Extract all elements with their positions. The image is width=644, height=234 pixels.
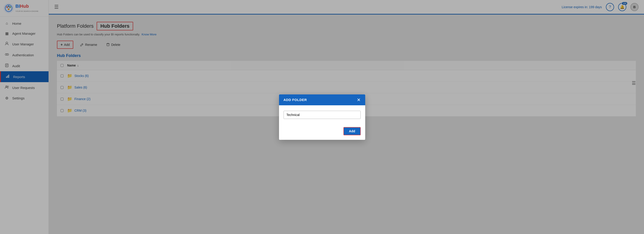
modal-add-button[interactable]: Add (344, 127, 360, 135)
modal-header: ADD FOLDER ✕ (279, 94, 365, 105)
modal-overlay: ADD FOLDER ✕ Add (49, 15, 644, 234)
main-area: ☰ License expires in: 199 days ? 🔔 100 B… (49, 0, 644, 234)
add-folder-modal: ADD FOLDER ✕ Add (279, 94, 365, 140)
content-area: Platform Folders Hub Folders Hub Folders… (49, 15, 644, 234)
modal-body (279, 105, 365, 127)
modal-close-button[interactable]: ✕ (357, 98, 361, 102)
modal-footer: Add (279, 127, 365, 140)
modal-title: ADD FOLDER (284, 98, 307, 102)
folder-name-input[interactable] (284, 111, 361, 119)
